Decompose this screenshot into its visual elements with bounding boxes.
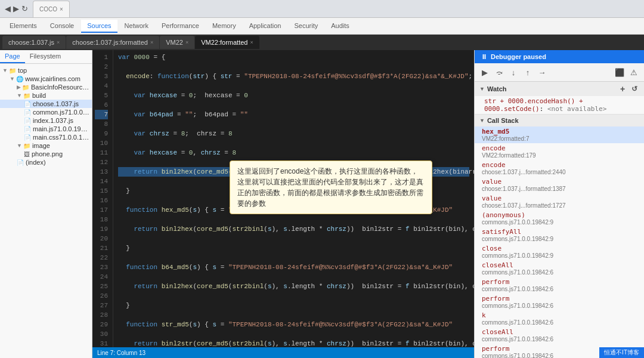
tab-page[interactable]: Page (0, 50, 25, 63)
tab-network[interactable]: Network (119, 20, 154, 33)
callstack-item[interactable]: close commons.js71.0.0.19842:9 (475, 243, 644, 260)
watch-value: <not available> (547, 105, 606, 113)
tab-filesystem[interactable]: Filesystem (25, 50, 66, 63)
tree-item-jcairlines[interactable]: ▼ 🌐 www.jcairlines.com (0, 75, 92, 83)
browser-tab[interactable]: COCO × (33, 1, 70, 17)
pause-icon: ⏸ (481, 53, 487, 60)
chrome-nav[interactable]: ◀ ▶ ↻ (5, 4, 28, 13)
watch-label: Watch (487, 85, 507, 92)
tree-item-mainjs[interactable]: 📄 main.js71.0.0.19842 (0, 125, 92, 133)
status-bar: Line 7: Column 13 (92, 347, 474, 358)
callstack-item[interactable]: perform commons.js71.0.0.19842:6 (475, 294, 644, 310)
tab-memory[interactable]: Memory (206, 20, 242, 33)
step-out-button[interactable]: ↑ (521, 66, 534, 79)
watch-content: str + 0000.encodeHash() + 0000.setCode()… (475, 96, 644, 114)
folder-icon: 📁 (9, 67, 16, 74)
callstack-item[interactable]: (anonymous) commons.js71.0.0.19842:9 (475, 210, 644, 227)
callstack-item[interactable]: encode VM22:formatted:179 (475, 143, 644, 160)
callstack-item[interactable]: hex_md5 VM22:formatted:7 (475, 126, 644, 143)
close-icon[interactable]: × (57, 39, 60, 45)
close-icon[interactable]: × (150, 39, 153, 45)
src-tab-label: VM22:formatted (201, 39, 247, 46)
callstack-item[interactable]: satisfyAll commons.js71.0.0.19842:9 (475, 227, 644, 243)
tree-arrow-icon: ▼ (17, 92, 22, 98)
callstack-fn: closeAll (482, 328, 639, 336)
tree-item-basicinfo[interactable]: ▶ 📁 BasicInfoResourceFile (0, 83, 92, 91)
add-watch-button[interactable]: + (618, 84, 627, 94)
close-icon[interactable]: × (185, 39, 188, 45)
tab-elements[interactable]: Elements (4, 20, 43, 33)
tab-console[interactable]: Console (44, 20, 80, 33)
src-tab-choose[interactable]: choose:1.037.js × (2, 36, 66, 49)
watch-section: ▼ Watch + ↺ str + 0000.encodeHash() + 00… (475, 82, 644, 115)
watch-header[interactable]: ▼ Watch + ↺ (475, 82, 644, 96)
tree-label: BasicInfoResourceFile (31, 84, 89, 91)
callstack-item[interactable]: perform commons.js71.0.0.19842:6 (475, 277, 644, 294)
resume-button[interactable]: ▶ (478, 66, 491, 79)
callstack-file: choose:1.037.j...formatted:2440 (482, 169, 639, 175)
tab-title: COCO (39, 6, 57, 13)
step-into-button[interactable]: ↓ (507, 66, 520, 79)
file-panel: Page Filesystem ▼ 📁 top ▼ 🌐 www.jcairlin… (0, 50, 92, 358)
pause-on-exceptions-button[interactable]: ⚠ (627, 66, 640, 79)
tree-label: index.1.037.js (33, 117, 89, 124)
image-file-icon: 🖼 (24, 151, 30, 158)
tab-sources[interactable]: Sources (81, 20, 117, 33)
callstack-file: commons.js71.0.0.19842:9 (482, 252, 639, 259)
tab-application[interactable]: Application (243, 20, 287, 33)
callstack-item[interactable]: closeAll commons.js71.0.0.19842:6 (475, 260, 644, 277)
callstack-fn: value (482, 195, 639, 202)
call-stack-header[interactable]: ▼ Call Stack (475, 115, 644, 126)
code-panel: 12345 678910 1112131415 1617181920 21222… (92, 50, 474, 358)
callstack-item[interactable]: closeAll commons.js71.0.0.19842:6 (475, 327, 644, 344)
sources-tab-bar: choose:1.037.js × choose:1.037.js:format… (0, 35, 644, 50)
tree-item-index[interactable]: 📄 index.1.037.js (0, 116, 92, 125)
src-tab-vm22[interactable]: VM22 × (160, 36, 194, 49)
call-stack-section: ▼ Call Stack hex_md5 VM22:formatted:7 en… (475, 115, 644, 358)
deactivate-button[interactable]: ⬛ (613, 66, 626, 79)
callstack-item[interactable]: value choose:1.037.j...formatted:1387 (475, 177, 644, 193)
tab-performance[interactable]: Performance (156, 20, 205, 33)
tree-arrow-icon: ▼ (2, 67, 8, 73)
back-icon[interactable]: ◀ (5, 4, 11, 13)
callstack-file: commons.js71.0.0.19842:6 (482, 286, 639, 292)
callstack-item[interactable]: k commons.js71.0.0.19842:6 (475, 310, 644, 327)
close-icon[interactable]: × (250, 39, 253, 45)
step-button[interactable]: → (535, 66, 549, 79)
src-tab-label: VM22 (166, 39, 183, 46)
tab-close-icon[interactable]: × (60, 6, 63, 13)
tree-item-maincss[interactable]: 📄 main.css71.0.0.19842 (0, 133, 92, 141)
call-stack-label: Call Stack (487, 117, 519, 124)
src-tab-choose-formatted[interactable]: choose:1.037.js:formatted × (66, 36, 159, 49)
tab-audits[interactable]: Audits (325, 20, 355, 33)
code-editor[interactable]: 12345 678910 1112131415 1617181920 21222… (92, 50, 474, 347)
step-over-button[interactable]: ⤼ (493, 66, 506, 79)
main-layout: Page Filesystem ▼ 📁 top ▼ 🌐 www.jcairlin… (0, 50, 644, 358)
tree-item-choose[interactable]: 📄 choose.1.037.js (0, 100, 92, 108)
tree-item-index-html[interactable]: 📄 (index) (0, 158, 92, 166)
tree-item-build[interactable]: ▼ 📁 build (0, 91, 92, 100)
tab-security[interactable]: Security (288, 20, 324, 33)
js-file-icon: 📄 (24, 118, 31, 124)
tree-label: build (32, 92, 89, 99)
tree-item-phone[interactable]: 🖼 phone.png (0, 150, 92, 158)
js-file-icon: 📄 (24, 126, 31, 132)
tree-item-common[interactable]: 📄 common.js71.0.0.19842 (0, 108, 92, 116)
refresh-watch-button[interactable]: ↺ (630, 84, 639, 94)
tree-item-image[interactable]: ▼ 📁 image (0, 141, 92, 150)
watch-item[interactable]: str + 0000.encodeHash() + 0000.setCode()… (475, 96, 644, 114)
src-tab-vm22-formatted[interactable]: VM22:formatted × (195, 36, 259, 49)
refresh-icon[interactable]: ↻ (21, 4, 28, 13)
callstack-file: VM22:formatted:7 (482, 135, 639, 142)
debug-panel: ⏸ Debugger paused ▶ ⤼ ↓ ↑ → ⬛ ⚠ ▼ Watch … (474, 50, 644, 358)
forward-icon[interactable]: ▶ (13, 4, 19, 13)
tree-label: common.js71.0.0.19842 (33, 109, 89, 116)
callstack-item[interactable]: value choose:1.037.j...formatted:1727 (475, 193, 644, 210)
callstack-file: VM22:formatted:179 (482, 152, 639, 159)
call-stack-content: hex_md5 VM22:formatted:7 encode VM22:for… (475, 126, 644, 358)
callstack-fn: k (482, 311, 639, 319)
domain-icon: 🌐 (16, 76, 23, 82)
callstack-fn: value (482, 178, 639, 186)
tree-item-top[interactable]: ▼ 📁 top (0, 66, 92, 75)
callstack-item[interactable]: encode choose:1.037.j...formatted:2440 (475, 160, 644, 177)
